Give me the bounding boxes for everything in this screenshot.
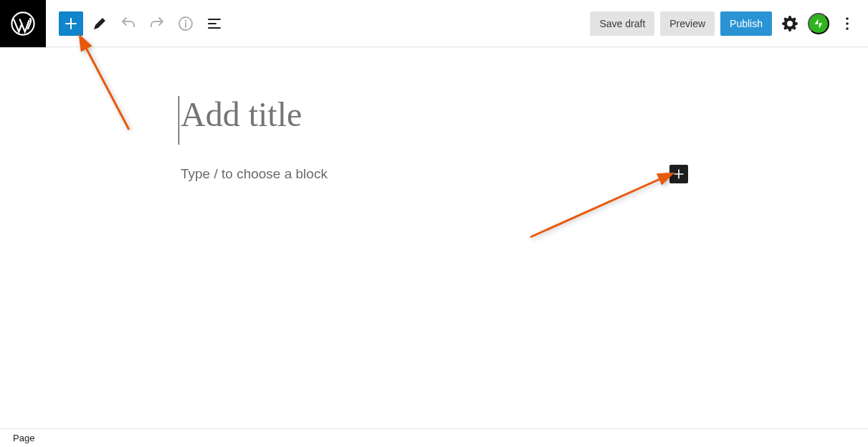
wordpress-logo-icon	[11, 11, 35, 36]
undo-icon	[120, 15, 137, 32]
jetpack-button[interactable]	[808, 13, 829, 34]
outline-button[interactable]	[202, 11, 226, 36]
settings-button[interactable]	[778, 11, 802, 36]
save-draft-button[interactable]: Save draft	[590, 11, 654, 36]
plus-icon	[62, 15, 80, 32]
svg-line-7	[85, 45, 129, 130]
info-icon	[177, 15, 194, 32]
pencil-icon	[91, 15, 108, 32]
title-caret	[178, 96, 179, 145]
breadcrumb-bar: Page	[0, 428, 868, 447]
details-button[interactable]	[173, 11, 198, 36]
svg-point-3	[185, 19, 187, 21]
top-toolbar: Save draft Preview Publish	[0, 0, 868, 47]
title-input[interactable]	[181, 95, 593, 134]
outline-icon	[206, 15, 223, 32]
redo-icon	[148, 15, 166, 32]
undo-button[interactable]	[116, 11, 140, 36]
publish-button[interactable]: Publish	[720, 11, 772, 36]
gear-icon	[781, 15, 798, 32]
preview-button[interactable]: Preview	[660, 11, 715, 36]
first-block-row: Type / to choose a block	[181, 165, 688, 183]
svg-point-6	[846, 27, 849, 30]
editor-canvas: Type / to choose a block	[0, 47, 868, 428]
title-area	[181, 95, 593, 134]
toolbar-left-group	[0, 0, 226, 47]
redo-button[interactable]	[145, 11, 169, 36]
inline-add-block-button[interactable]	[669, 165, 688, 183]
breadcrumb-current[interactable]: Page	[13, 433, 34, 443]
annotation-arrow-1	[72, 37, 158, 151]
add-block-button[interactable]	[59, 11, 83, 36]
svg-point-5	[846, 22, 849, 25]
toolbar-right-group: Save draft Preview Publish	[590, 11, 859, 36]
svg-line-8	[530, 178, 663, 237]
svg-point-4	[846, 17, 849, 20]
dots-vertical-icon	[839, 15, 856, 32]
edit-tool-button[interactable]	[87, 11, 112, 36]
jetpack-icon	[812, 17, 825, 30]
wordpress-logo[interactable]	[0, 0, 46, 47]
more-menu-button[interactable]	[835, 11, 859, 36]
plus-icon	[672, 167, 686, 181]
block-placeholder-text[interactable]: Type / to choose a block	[181, 166, 328, 182]
